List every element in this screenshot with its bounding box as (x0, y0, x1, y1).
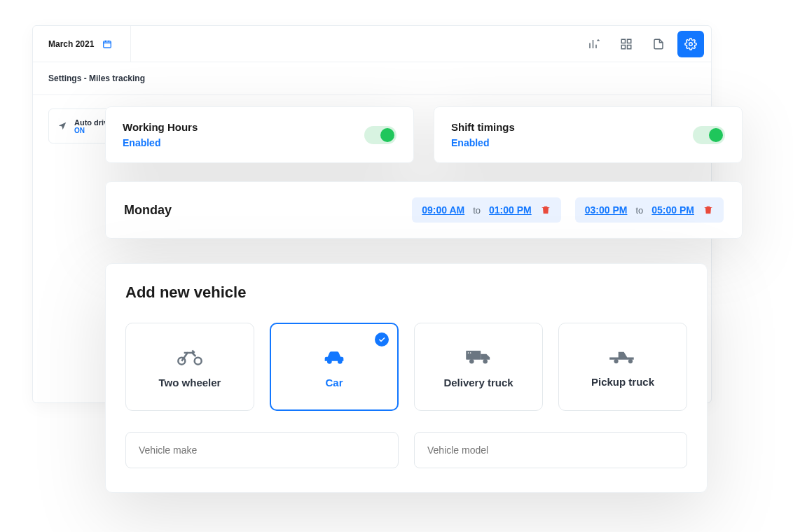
motorcycle-icon (176, 346, 204, 367)
shift-timings-title: Shift timings (451, 121, 515, 133)
pickup-truck-icon (607, 346, 638, 366)
vehicle-model-input[interactable] (414, 432, 687, 468)
location-icon (57, 121, 67, 131)
chart-icon[interactable] (581, 31, 607, 57)
time-to-label-2: to (635, 205, 643, 216)
check-icon (375, 332, 389, 346)
svg-rect-4 (628, 45, 631, 48)
working-hours-card: Working Hours Enabled (105, 106, 414, 163)
svg-point-13 (468, 352, 469, 354)
svg-rect-1 (621, 39, 625, 43)
svg-point-7 (195, 357, 202, 364)
svg-rect-10 (466, 350, 481, 359)
trash-icon[interactable] (703, 204, 714, 216)
svg-rect-3 (621, 45, 625, 48)
trash-icon[interactable] (540, 204, 551, 216)
date-picker[interactable]: March 2021 (40, 26, 131, 62)
svg-rect-0 (104, 41, 111, 47)
date-label: March 2021 (48, 39, 94, 49)
svg-point-5 (689, 42, 693, 46)
grid-icon[interactable] (613, 31, 640, 57)
time-from-1[interactable]: 09:00 AM (422, 204, 464, 216)
calendar-icon (102, 39, 112, 49)
svg-point-8 (327, 359, 332, 364)
working-hours-title: Working Hours (123, 121, 198, 133)
shift-timings-toggle[interactable] (693, 126, 725, 144)
time-to-2[interactable]: 05:00 PM (651, 204, 694, 216)
time-from-2[interactable]: 03:00 PM (585, 204, 628, 216)
shift-timings-card: Shift timings Enabled (434, 106, 743, 163)
time-to-label-1: to (473, 205, 481, 216)
vehicle-option-delivery-truck[interactable]: Delivery truck (414, 323, 543, 411)
svg-point-9 (338, 359, 343, 364)
vehicle-option-pickup-truck[interactable]: Pickup truck (558, 323, 687, 411)
car-icon (320, 346, 348, 367)
topbar: March 2021 (33, 26, 711, 62)
working-hours-status: Enabled (123, 137, 198, 148)
shift-timings-status: Enabled (451, 137, 515, 148)
vehicle-make-input[interactable] (125, 432, 399, 468)
time-to-1[interactable]: 01:00 PM (489, 204, 532, 216)
page-title: Settings - Miles tracking (33, 62, 711, 95)
time-slot-1: 09:00 AM to 01:00 PM (412, 197, 561, 223)
vehicle-label: Car (325, 377, 343, 388)
working-hours-toggle[interactable] (364, 126, 396, 144)
vehicle-label: Pickup truck (591, 376, 654, 388)
vehicle-label: Two wheeler (159, 377, 221, 388)
vehicle-option-two-wheeler[interactable]: Two wheeler (125, 323, 254, 411)
delivery-truck-icon (464, 346, 493, 367)
svg-point-14 (470, 352, 471, 354)
svg-point-11 (469, 359, 474, 363)
svg-point-16 (628, 358, 633, 363)
vehicle-option-car[interactable]: Car (270, 323, 399, 411)
gear-icon[interactable] (677, 31, 704, 57)
add-vehicle-card: Add new vehicle Two wheeler Car Delivery… (105, 263, 708, 493)
schedule-card: Monday 09:00 AM to 01:00 PM 03:00 PM to … (105, 181, 743, 239)
schedule-day: Monday (124, 203, 222, 218)
time-slot-2: 03:00 PM to 05:00 PM (575, 197, 724, 223)
export-icon[interactable] (645, 31, 672, 57)
svg-point-12 (483, 359, 487, 363)
add-vehicle-heading: Add new vehicle (125, 284, 687, 302)
svg-rect-2 (628, 39, 631, 43)
vehicle-label: Delivery truck (443, 377, 513, 388)
svg-point-15 (614, 358, 618, 363)
